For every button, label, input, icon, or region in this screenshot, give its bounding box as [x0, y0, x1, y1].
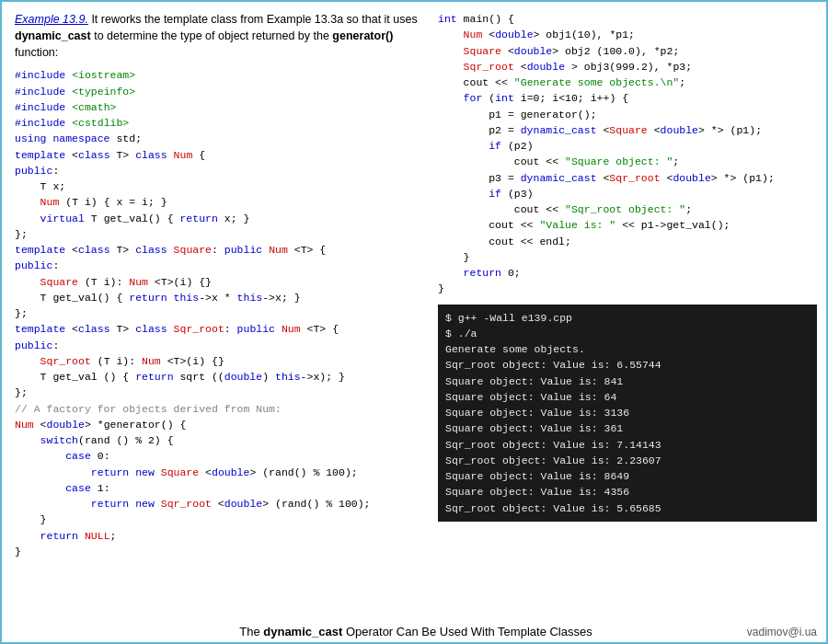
- term-line: Square object: Value is: 841: [445, 374, 810, 389]
- code-line: Sqr_root <double > obj3(999.2), *p3;: [438, 59, 817, 75]
- footer-text1: The: [239, 625, 263, 638]
- code-line: Num (T i) { x = i; }: [15, 194, 431, 210]
- code-line: cout << "Generate some objects.\n";: [438, 75, 817, 90]
- code-line: case 1:: [15, 480, 431, 496]
- code-line: p2 = dynamic_cast <Square <double> *> (p…: [438, 122, 817, 138]
- code-line: public:: [15, 258, 431, 273]
- example-label: Example 13.9.: [15, 13, 88, 26]
- code-line: T get_val() { return this->x * this->x; …: [15, 290, 431, 305]
- left-code-block: #include <iostream> #include <typeinfo> …: [15, 67, 431, 559]
- main-content: Example 13.9. It reworks the template cl…: [15, 11, 817, 619]
- term-line: Square object: Value is: 361: [445, 420, 810, 436]
- desc-text1: It reworks the template class from Examp…: [88, 13, 418, 26]
- code-line: public:: [15, 338, 431, 353]
- code-line: }: [438, 249, 817, 265]
- code-line: return new Square <double> (rand() % 100…: [15, 465, 431, 480]
- code-line: Sqr_root (T i): Num <T>(i) {}: [15, 353, 431, 369]
- code-line: #include <iostream>: [15, 67, 431, 83]
- code-line: if (p3): [438, 186, 817, 201]
- code-line: if (p2): [438, 138, 817, 154]
- term-line: Square object: Value is: 3136: [445, 405, 810, 420]
- right-panel: int main() { Num <double> obj1(10), *p1;…: [438, 11, 817, 619]
- description: Example 13.9. It reworks the template cl…: [15, 11, 431, 61]
- footer-title: The dynamic_cast Operator Can Be Used Wi…: [239, 625, 592, 638]
- code-line: Square <double> obj2 (100.0), *p2;: [438, 43, 817, 59]
- term-line: Square object: Value is: 4356: [445, 484, 810, 500]
- footer-email: vadimov@i.ua: [747, 626, 817, 638]
- code-line: #include <typeinfo>: [15, 84, 431, 99]
- code-line: case 0:: [15, 448, 431, 464]
- terminal-block: $ g++ -Wall e139.cpp $ ./a Generate some…: [438, 305, 817, 522]
- code-line: virtual T get_val() { return x; }: [15, 211, 431, 226]
- code-line: int main() {: [438, 11, 817, 27]
- code-line: }: [15, 512, 431, 527]
- code-line: public:: [15, 163, 431, 178]
- code-line: cout << endl;: [438, 234, 817, 249]
- code-line: return new Sqr_root <double> (rand() % 1…: [15, 496, 431, 512]
- desc-bold2: generator(): [332, 29, 393, 42]
- code-line: return 0;: [438, 265, 817, 281]
- term-line: Sqr_root object: Value is: 5.65685: [445, 500, 810, 516]
- code-line: };: [15, 385, 431, 400]
- code-line: return NULL;: [15, 528, 431, 544]
- code-line: // A factory for objects derived from Nu…: [15, 401, 431, 417]
- code-line: }: [438, 281, 817, 296]
- code-line: cout << "Value is: " << p1->get_val();: [438, 217, 817, 233]
- term-line: Square object: Value is: 64: [445, 389, 810, 405]
- footer: The dynamic_cast Operator Can Be Used Wi…: [15, 619, 817, 640]
- code-line: Num <double> *generator() {: [15, 417, 431, 432]
- code-line: T get_val () { return sqrt ((double) thi…: [15, 369, 431, 385]
- term-line: Generate some objects.: [445, 341, 810, 357]
- code-line: #include <cstdlib>: [15, 115, 431, 131]
- code-line: p3 = dynamic_cast <Sqr_root <double> *> …: [438, 170, 817, 186]
- code-line: using namespace std;: [15, 131, 431, 146]
- footer-text2: Operator Can Be Used With Template Class…: [342, 625, 592, 638]
- term-line: Sqr_root object: Value is: 7.14143: [445, 437, 810, 453]
- left-panel: Example 13.9. It reworks the template cl…: [15, 11, 438, 619]
- desc-text2: to determine the type of object returned…: [91, 29, 333, 42]
- code-line: };: [15, 226, 431, 242]
- code-line: Num <double> obj1(10), *p1;: [438, 27, 817, 42]
- term-line: Sqr_root object: Value is: 2.23607: [445, 453, 810, 468]
- code-line: };: [15, 305, 431, 321]
- term-line: Square object: Value is: 8649: [445, 468, 810, 484]
- code-line: template <class T> class Num {: [15, 147, 431, 163]
- code-line: }: [15, 544, 431, 559]
- code-line: T x;: [15, 178, 431, 194]
- code-line: template <class T> class Sqr_root: publi…: [15, 321, 431, 337]
- desc-bold1: dynamic_cast: [15, 29, 91, 42]
- footer-bold: dynamic_cast: [263, 625, 342, 638]
- code-line: switch(rand () % 2) {: [15, 432, 431, 448]
- term-line: Sqr_root object: Value is: 6.55744: [445, 357, 810, 373]
- code-line: template <class T> class Square: public …: [15, 242, 431, 258]
- code-line: Square (T i): Num <T>(i) {}: [15, 274, 431, 290]
- term-line: $ g++ -Wall e139.cpp: [445, 310, 810, 326]
- code-line: p1 = generator();: [438, 107, 817, 122]
- code-line: #include <cmath>: [15, 99, 431, 115]
- code-line: cout << "Square object: ";: [438, 154, 817, 169]
- page-container: Example 13.9. It reworks the template cl…: [2, 2, 828, 644]
- code-line: for (int i=0; i<10; i++) {: [438, 90, 817, 106]
- term-line: $ ./a: [445, 326, 810, 341]
- code-line: cout << "Sqr_root object: ";: [438, 201, 817, 217]
- desc-text3: function:: [15, 46, 58, 59]
- right-code-block: int main() { Num <double> obj1(10), *p1;…: [438, 11, 817, 297]
